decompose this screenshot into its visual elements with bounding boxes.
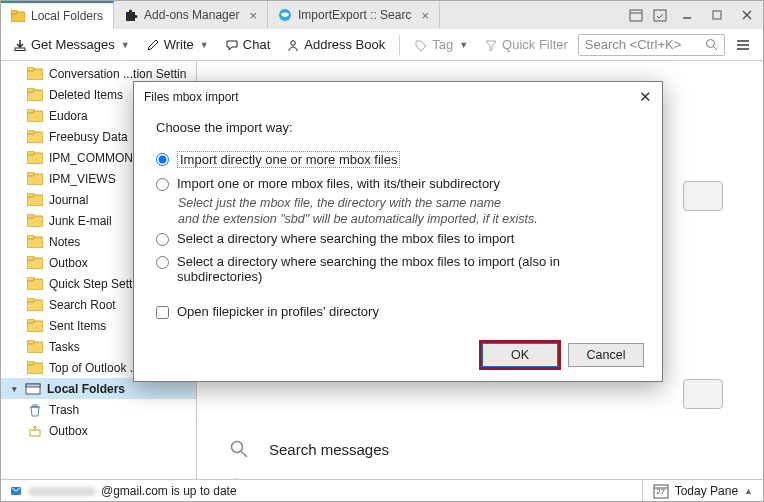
dialog-close-button[interactable]: ✕ bbox=[639, 88, 652, 106]
folder-icon bbox=[27, 340, 43, 354]
tab-local-folders[interactable]: Local Folders bbox=[1, 1, 114, 29]
window-close-button[interactable] bbox=[733, 4, 761, 26]
folder-icon bbox=[27, 319, 43, 333]
quick-filter-button[interactable]: Quick Filter bbox=[478, 34, 574, 55]
folder-icon bbox=[27, 256, 43, 270]
tag-icon bbox=[414, 38, 428, 52]
radio-import-with-subdir[interactable] bbox=[156, 178, 169, 191]
write-button[interactable]: Write ▼ bbox=[140, 34, 215, 55]
folder-icon bbox=[27, 361, 43, 375]
tag-button[interactable]: Tag ▼ bbox=[408, 34, 474, 55]
option-select-dir[interactable]: Select a directory where searching the m… bbox=[156, 227, 640, 250]
tree-item-label: Sent Items bbox=[49, 319, 106, 333]
label: Search messages bbox=[269, 441, 389, 458]
svg-rect-24 bbox=[27, 130, 34, 134]
tree-item-label: Trash bbox=[49, 403, 79, 417]
dialog-title: Files mbox import bbox=[144, 90, 239, 104]
chat-button[interactable]: Chat bbox=[219, 34, 276, 55]
folder-icon bbox=[11, 10, 25, 22]
global-search-input[interactable]: Search <Ctrl+K> bbox=[578, 34, 725, 56]
tree-item-label: Eudora bbox=[49, 109, 88, 123]
search-icon bbox=[227, 437, 251, 461]
tree-item-label: Quick Step Settin bbox=[49, 277, 142, 291]
tree-item[interactable]: Trash bbox=[1, 399, 196, 420]
tab-label: ImportExport :: Searc bbox=[298, 8, 411, 22]
label: Open filepicker in profiles' directory bbox=[177, 304, 379, 319]
folder-icon bbox=[27, 298, 43, 312]
person-icon bbox=[286, 38, 300, 52]
label: Select a directory where searching the m… bbox=[177, 231, 514, 246]
status-bar: xxxxxxxxxxx@gmail.com is up to date 27 T… bbox=[1, 479, 763, 501]
minimize-button[interactable] bbox=[673, 4, 701, 26]
radio-select-dir[interactable] bbox=[156, 233, 169, 246]
option-select-dir-recursive[interactable]: Select a directory where searching the m… bbox=[156, 250, 640, 288]
action-search-messages[interactable]: Search messages bbox=[227, 431, 733, 467]
checkbox[interactable] bbox=[156, 306, 169, 319]
chevron-down-icon[interactable]: ▼ bbox=[121, 40, 130, 50]
tree-item-label: Junk E-mail bbox=[49, 214, 112, 228]
svg-rect-40 bbox=[27, 298, 34, 302]
svg-rect-38 bbox=[27, 277, 34, 281]
pencil-icon bbox=[146, 38, 160, 52]
tree-item-label: Freebusy Data bbox=[49, 130, 128, 144]
calendar-icon[interactable] bbox=[625, 4, 647, 26]
label: Quick Filter bbox=[502, 37, 568, 52]
svg-rect-5 bbox=[654, 10, 666, 21]
dialog-lead: Choose the import way: bbox=[156, 120, 640, 135]
local-folders-icon bbox=[25, 382, 41, 396]
outbox-icon bbox=[27, 424, 43, 438]
svg-rect-42 bbox=[27, 319, 34, 323]
label: Get Messages bbox=[31, 37, 115, 52]
address-book-button[interactable]: Address Book bbox=[280, 34, 391, 55]
label: Address Book bbox=[304, 37, 385, 52]
background-button[interactable] bbox=[683, 181, 723, 211]
maximize-button[interactable] bbox=[703, 4, 731, 26]
label: Today Pane bbox=[675, 484, 738, 498]
option-import-with-subdir[interactable]: Import one or more mbox files, with its/… bbox=[156, 172, 640, 195]
status-account-blurred: xxxxxxxxxxx bbox=[29, 484, 95, 498]
label: Chat bbox=[243, 37, 270, 52]
close-icon[interactable]: × bbox=[249, 8, 257, 23]
close-icon[interactable]: × bbox=[421, 8, 429, 23]
get-messages-button[interactable]: Get Messages ▼ bbox=[7, 34, 136, 55]
tab-label: Local Folders bbox=[31, 9, 103, 23]
svg-point-12 bbox=[707, 40, 715, 48]
ok-button[interactable]: OK bbox=[482, 343, 558, 367]
cancel-button[interactable]: Cancel bbox=[568, 343, 644, 367]
svg-rect-30 bbox=[27, 193, 34, 197]
tree-item[interactable]: Outbox bbox=[1, 420, 196, 441]
tab-addons-manager[interactable]: Add-ons Manager × bbox=[114, 1, 268, 29]
tree-item-label: Deleted Items bbox=[49, 88, 123, 102]
today-pane-toggle[interactable]: 27 Today Pane ▲ bbox=[642, 480, 763, 501]
chevron-down-icon[interactable]: ▼ bbox=[200, 40, 209, 50]
label: Import one or more mbox files, with its/… bbox=[177, 176, 500, 191]
sync-icon bbox=[9, 484, 23, 498]
tab-importexport-search[interactable]: ImportExport :: Searc × bbox=[268, 1, 440, 29]
puzzle-icon bbox=[124, 8, 138, 22]
twisty-icon[interactable]: ▾ bbox=[9, 384, 19, 394]
radio-import-direct[interactable] bbox=[156, 153, 169, 166]
checkbox-open-in-profiles[interactable]: Open filepicker in profiles' directory bbox=[156, 300, 640, 323]
radio-select-dir-recursive[interactable] bbox=[156, 256, 169, 269]
svg-rect-3 bbox=[630, 10, 642, 21]
hint-line: and the extension "sbd" will be automati… bbox=[156, 211, 640, 227]
folder-icon bbox=[27, 214, 43, 228]
option-import-direct[interactable]: Import directly one or more mbox files bbox=[156, 147, 640, 172]
svg-line-53 bbox=[241, 451, 247, 457]
tree-item-label: IPM_COMMON bbox=[49, 151, 133, 165]
app-menu-button[interactable] bbox=[729, 33, 757, 57]
background-button[interactable] bbox=[683, 379, 723, 409]
folder-icon bbox=[27, 172, 43, 186]
tree-item-label: Search Root bbox=[49, 298, 116, 312]
tree-item-label: Top of Outlook ... bbox=[49, 361, 140, 375]
tasks-icon[interactable] bbox=[649, 4, 671, 26]
svg-point-52 bbox=[232, 442, 243, 453]
label: Select a directory where searching the m… bbox=[177, 254, 640, 284]
svg-rect-50 bbox=[33, 405, 37, 407]
svg-rect-44 bbox=[27, 340, 34, 344]
svg-rect-20 bbox=[27, 88, 34, 92]
folder-icon bbox=[27, 88, 43, 102]
tree-item-label: IPM_VIEWS bbox=[49, 172, 116, 186]
title-tab-bar: Local Folders Add-ons Manager × ImportEx… bbox=[1, 1, 763, 29]
svg-rect-36 bbox=[27, 256, 34, 260]
